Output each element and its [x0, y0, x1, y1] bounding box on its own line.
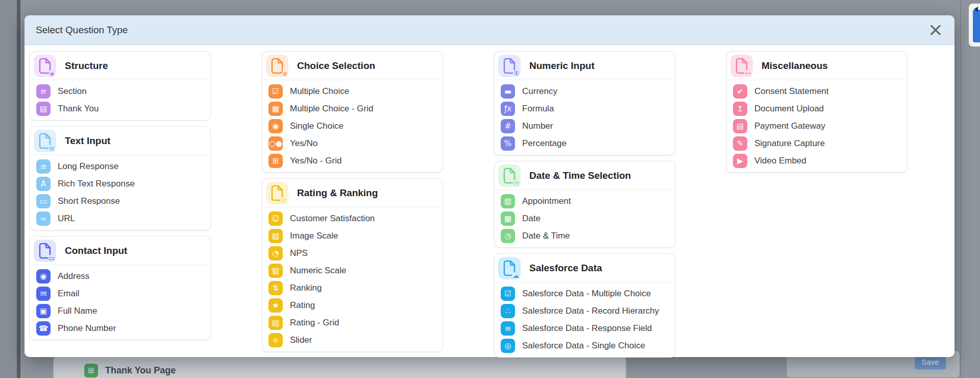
- question-type-payment-gateway[interactable]: ▤ Payment Gateway: [727, 117, 907, 135]
- thank-you-page-bar[interactable]: ⊞ Thank You Page: [53, 355, 627, 378]
- salesforce-data-response-field-icon: ≡: [501, 321, 515, 336]
- question-type-rating[interactable]: ★ Rating: [262, 297, 443, 314]
- background-left-divider: [17, 0, 20, 378]
- question-type-formula[interactable]: ƒx Formula: [495, 100, 675, 117]
- category-card-structure: ◈ Structure ≡ Section ▤ Thank You: [30, 51, 211, 121]
- thank-you-icon: ▤: [36, 102, 51, 116]
- question-type-label: Address: [58, 271, 89, 281]
- question-type-rich-text-response[interactable]: A Rich Text Response: [30, 175, 210, 193]
- category-title: Miscellaneous: [762, 60, 828, 72]
- question-type-numeric-scale[interactable]: ▥ Numeric Scale: [262, 262, 443, 279]
- category-items: ☑ Salesforce Data - Multiple Choice ∴ Sa…: [495, 282, 675, 357]
- rating-icon: ★: [268, 298, 283, 313]
- short-response-icon: ▭: [36, 194, 51, 208]
- close-icon[interactable]: ×: [928, 22, 943, 37]
- email-icon: ✉: [36, 287, 51, 301]
- category-items: ≡ Long Response A Rich Text Response ▭ S…: [30, 155, 210, 230]
- phone-number-icon: ☎: [36, 321, 51, 336]
- question-type-thank-you[interactable]: ▤ Thank You: [30, 100, 210, 117]
- question-type-slider[interactable]: ≑ Slider: [262, 332, 443, 349]
- question-type-customer-satisfaction[interactable]: ☺ Customer Satisfaction: [262, 210, 443, 227]
- question-type-rating-grid[interactable]: ▤ Rating - Grid: [262, 314, 443, 332]
- category-items: ☺ Customer Satisfaction ▨ Image Scale ◔ …: [262, 207, 443, 351]
- question-type-label: Salesforce Data - Single Choice: [522, 341, 645, 351]
- question-type-label: Yes/No: [290, 138, 317, 149]
- gift-icon: ⊞: [84, 364, 98, 377]
- section-icon: ≡: [36, 84, 51, 99]
- question-type-multiple-choice-grid[interactable]: ▦ Multiple Choice - Grid: [262, 100, 443, 117]
- contact-input-subicon: ▭: [48, 255, 55, 262]
- text-input-icon: ≡: [34, 130, 56, 152]
- date-time-selection-subicon: ◷: [513, 180, 520, 186]
- question-type-short-response[interactable]: ▭ Short Response: [30, 193, 210, 210]
- question-type-salesforce-data-single-choice[interactable]: ◎ Salesforce Data - Single Choice: [495, 337, 675, 355]
- question-type-label: Email: [58, 289, 80, 299]
- thank-you-page-label: Thank You Page: [105, 365, 176, 376]
- category-card-miscellaneous: ⋯ Miscellaneous ✔ Consent Statement ↥ Do…: [726, 51, 908, 173]
- question-type-video-embed[interactable]: ▶ Video Embed: [727, 152, 907, 170]
- slider-icon: ≑: [268, 333, 283, 347]
- question-type-date-time[interactable]: ◷ Date & Time: [495, 227, 675, 245]
- question-type-label: Rich Text Response: [58, 179, 135, 189]
- page: ⊞ Thank You Page Save Select Question Ty…: [0, 0, 980, 378]
- full-name-icon: ▣: [36, 304, 51, 318]
- question-type-salesforce-data-record-hierarchy[interactable]: ∴ Salesforce Data - Record Hierarchy: [495, 302, 675, 320]
- question-type-section[interactable]: ≡ Section: [30, 83, 210, 100]
- category-header: ◷ Date & Time Selection: [495, 161, 675, 190]
- question-type-currency[interactable]: ▬ Currency: [495, 83, 675, 100]
- question-type-label: Long Response: [58, 161, 118, 172]
- question-type-signature-capture[interactable]: ✎ Signature Capture: [727, 135, 907, 152]
- question-type-ranking[interactable]: ⇅ Ranking: [262, 279, 443, 297]
- question-type-number[interactable]: # Number: [495, 117, 675, 135]
- question-type-document-upload[interactable]: ↥ Document Upload: [727, 100, 907, 117]
- nps-icon: ◔: [268, 246, 283, 261]
- structure-subicon: ◈: [49, 70, 55, 77]
- question-type-multiple-choice[interactable]: ☑ Multiple Choice: [262, 83, 443, 100]
- question-type-salesforce-data-multiple-choice[interactable]: ☑ Salesforce Data - Multiple Choice: [495, 285, 675, 302]
- date-icon: ▦: [501, 211, 515, 226]
- category-title: Numeric Input: [529, 60, 595, 72]
- numeric-scale-icon: ▥: [268, 264, 283, 278]
- column-4: ⋯ Miscellaneous ✔ Consent Statement ↥ Do…: [726, 51, 908, 173]
- salesforce-data-single-choice-icon: ◎: [501, 339, 515, 353]
- column-3: ① Numeric Input ▬ Currency ƒx Formula # …: [494, 51, 675, 358]
- column-2: ⌀ Choice Selection ☑ Multiple Choice ▦ M…: [262, 51, 443, 352]
- question-type-image-scale[interactable]: ▨ Image Scale: [262, 227, 443, 245]
- background-right-divider: [960, 0, 961, 378]
- question-type-email[interactable]: ✉ Email: [30, 285, 210, 302]
- question-type-single-choice[interactable]: ◉ Single Choice: [262, 117, 443, 135]
- question-type-appointment[interactable]: ▥ Appointment: [495, 193, 675, 210]
- question-type-phone-number[interactable]: ☎ Phone Number: [30, 320, 210, 337]
- question-type-nps[interactable]: ◔ NPS: [262, 245, 443, 262]
- question-type-percentage[interactable]: % Percentage: [495, 135, 675, 152]
- question-type-yes-no[interactable]: ○● Yes/No: [262, 135, 443, 152]
- question-type-label: URL: [58, 214, 75, 224]
- appointment-icon: ▥: [501, 194, 515, 208]
- question-type-label: Rating: [290, 300, 315, 311]
- customer-satisfaction-icon: ☺: [268, 211, 283, 226]
- ranking-icon: ⇅: [268, 281, 283, 295]
- question-type-address[interactable]: ◉ Address: [30, 268, 210, 285]
- miscellaneous-subicon: ⋯: [744, 70, 752, 77]
- question-type-yes-no-grid[interactable]: ⊞ Yes/No - Grid: [262, 152, 443, 170]
- question-type-date[interactable]: ▦ Date: [495, 210, 675, 227]
- category-header: ≡ Text Input: [30, 127, 210, 155]
- question-type-salesforce-data-response-field[interactable]: ≡ Salesforce Data - Response Field: [495, 320, 675, 337]
- address-icon: ◉: [36, 269, 51, 284]
- question-type-label: Short Response: [58, 196, 120, 206]
- yes-no-grid-icon: ⊞: [268, 154, 283, 168]
- question-type-label: Customer Satisfaction: [290, 214, 375, 224]
- document-upload-icon: ↥: [733, 102, 747, 116]
- contact-input-icon: ▭: [34, 240, 56, 262]
- question-type-full-name[interactable]: ▣ Full Name: [30, 302, 210, 320]
- multiple-choice-icon: ☑: [268, 84, 283, 99]
- question-type-label: Percentage: [522, 138, 567, 149]
- question-type-consent-statement[interactable]: ✔ Consent Statement: [727, 83, 907, 100]
- question-type-long-response[interactable]: ≡ Long Response: [30, 158, 210, 175]
- question-type-label: Signature Capture: [754, 138, 825, 149]
- question-type-label: Salesforce Data - Multiple Choice: [522, 289, 651, 299]
- category-items: ✔ Consent Statement ↥ Document Upload ▤ …: [727, 80, 907, 172]
- question-type-label: Full Name: [58, 306, 97, 316]
- question-type-url[interactable]: ∞ URL: [30, 210, 210, 227]
- numeric-input-icon: ①: [498, 55, 521, 77]
